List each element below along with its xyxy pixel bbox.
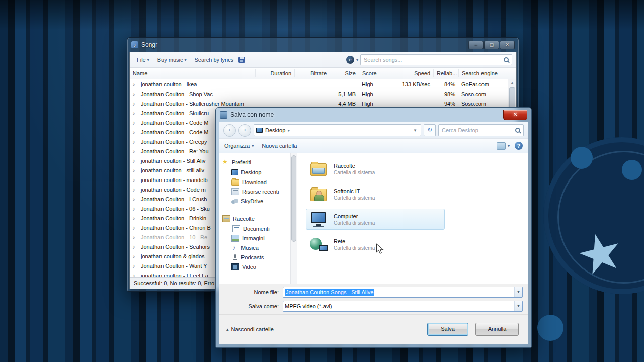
search-icon[interactable] [515, 127, 521, 134]
filename-input[interactable]: Jonathan Coulton Songs - Still Alive ▼ [283, 287, 523, 298]
file-item-raccolte[interactable]: RaccolteCartella di sistema [306, 158, 445, 179]
help-icon[interactable]: ? [515, 142, 523, 150]
sidebar-item-risorse-recenti[interactable]: Risorse recenti [222, 187, 290, 196]
songr-titlebar[interactable]: ♪ Songr – ▢ ✕ [127, 38, 519, 52]
sidebar-item-label: Podcasts [241, 254, 264, 260]
back-button[interactable]: ‹ [223, 124, 236, 137]
sidebar-group-label: Preferiti [232, 159, 251, 165]
search-engine-icon[interactable]: e [346, 56, 354, 64]
new-folder-button[interactable]: Nuova cartella [262, 143, 297, 149]
views-icon [497, 142, 506, 150]
sidebar-item-label: SkyDrive [241, 198, 263, 204]
dialog-search-field[interactable] [438, 124, 524, 136]
close-button[interactable]: ✕ [500, 41, 515, 49]
dialog-search-input[interactable] [441, 127, 515, 134]
song-search-field[interactable] [360, 54, 512, 65]
cloud-icon [231, 198, 238, 204]
music-note-icon: ♪ [130, 110, 138, 116]
menu-buy-music[interactable]: Buy music▾ [154, 55, 190, 64]
column-header-score[interactable]: Score [359, 69, 387, 77]
music-note-icon: ♪ [130, 120, 138, 126]
filetype-select[interactable]: MPEG video (*.avi) ▼ [283, 301, 523, 312]
cancel-button[interactable]: Annulla [475, 323, 519, 336]
wallpaper-top-shade [0, 0, 644, 30]
scrollbar-thumb[interactable] [291, 155, 296, 242]
song-search-input[interactable] [363, 56, 503, 63]
save-playlist-icon[interactable] [238, 57, 245, 63]
column-header-size[interactable]: Size [330, 69, 359, 77]
chevron-down-icon: ▾ [508, 144, 510, 148]
sidebar-item-skydrive[interactable]: SkyDrive [222, 196, 290, 206]
file-item-type: Cartella di sistema [334, 195, 375, 201]
sidebar-item-documenti[interactable]: Documenti [222, 224, 290, 233]
maximize-button[interactable]: ▢ [484, 41, 499, 49]
sidebar-item-musica[interactable]: Musica [222, 243, 290, 252]
sidebar-item-download[interactable]: Download [222, 177, 290, 187]
close-button[interactable]: ✕ [503, 110, 527, 120]
refresh-button[interactable]: ↻ [424, 124, 436, 136]
column-header-bitrate[interactable]: Bitrate [295, 69, 330, 77]
sidebar-group-preferiti[interactable]: Preferiti [222, 157, 290, 167]
views-button[interactable]: ▾ [497, 142, 510, 150]
column-header-speed[interactable]: Speed [387, 69, 434, 77]
sidebar-item-immagini[interactable]: Immagini [222, 233, 290, 243]
scroll-up-icon[interactable]: ▲ [508, 81, 516, 84]
monitor-icon [231, 169, 238, 175]
breadcrumb-location[interactable]: Desktop [265, 127, 285, 133]
address-dropdown-icon[interactable]: ▼ [412, 128, 419, 133]
dialog-main: PreferitiDesktopDownloadRisorse recentiS… [219, 153, 528, 284]
filename-label: Nome file: [219, 289, 283, 295]
sidebar-scrollbar[interactable] [290, 153, 297, 284]
songr-search-area: e ▾ [346, 54, 512, 65]
column-header-name[interactable]: Name [130, 69, 256, 77]
organize-button[interactable]: Organizza▾ [224, 143, 254, 149]
wallpaper-logo-dot [571, 147, 593, 169]
combo-arrow-icon[interactable]: ▼ [514, 301, 522, 311]
search-icon[interactable] [503, 57, 510, 63]
music-note-icon: ♪ [130, 187, 138, 193]
forward-button[interactable]: › [238, 124, 251, 137]
filetype-value[interactable]: MPEG video (*.avi) [285, 303, 332, 309]
music-note-icon: ♪ [130, 253, 138, 259]
minimize-button[interactable]: – [468, 41, 484, 49]
save-as-dialog: Salva con nome ✕ ‹ › Desktop ▸ ▼ ↻ Organ… [215, 107, 532, 348]
dialog-titlebar[interactable]: Salva con nome ✕ [216, 108, 531, 122]
chevron-down-icon: ▾ [147, 58, 149, 62]
column-header-duration[interactable]: Duration [256, 69, 295, 77]
breadcrumb[interactable]: Desktop ▸ ▼ [254, 124, 421, 136]
wallpaper-logo-dot [537, 315, 564, 341]
songr-window-controls: – ▢ ✕ [468, 41, 515, 49]
chevron-right-icon[interactable]: ▸ [288, 128, 290, 133]
dialog-body: ‹ › Desktop ▸ ▼ ↻ Organizza▾ Nuova carte… [219, 122, 528, 344]
music-note-icon: ♪ [130, 81, 138, 87]
chevron-down-icon[interactable]: ▾ [356, 58, 358, 62]
music-note-icon: ♪ [130, 139, 138, 145]
save-button[interactable]: Salva [427, 323, 468, 336]
hide-folders-button[interactable]: ▴ Nascondi cartelle [226, 326, 274, 332]
music-note-icon: ♪ [130, 148, 138, 154]
sidebar-item-desktop[interactable]: Desktop [222, 167, 290, 177]
chevron-up-icon: ▴ [226, 327, 229, 332]
sidebar-group-raccolte[interactable]: Raccolte [222, 214, 290, 224]
file-item-computer[interactable]: ComputerCartella di sistema [306, 209, 445, 230]
chevron-down-icon: ▾ [252, 144, 254, 148]
sidebar-item-podcasts[interactable]: Podcasts [222, 252, 290, 262]
libraries-icon [309, 161, 329, 177]
song-row[interactable]: ♪jonathan coulton - IkeaHigh133 KB/sec84… [130, 79, 508, 89]
music-note-icon: ♪ [130, 177, 138, 183]
filename-fields: Nome file: Jonathan Coulton Songs - Stil… [219, 284, 528, 314]
menu-file[interactable]: File▾ [134, 55, 152, 64]
sidebar-item-label: Musica [241, 245, 259, 251]
column-header-search-engine[interactable]: Search engine [459, 69, 508, 77]
file-item-name: Raccolte [334, 163, 375, 169]
network-icon [309, 236, 329, 252]
music-note-icon: ♪ [130, 215, 138, 221]
sidebar-item-video[interactable]: Video [222, 262, 290, 272]
menu-search-by-lyrics[interactable]: Search by lyrics [192, 55, 237, 64]
combo-arrow-icon[interactable]: ▼ [514, 287, 522, 297]
music-note-icon: ♪ [130, 206, 138, 212]
song-row[interactable]: ♪Jonathan Coulton - Shop Vac5,1 MBHigh98… [130, 89, 508, 99]
file-item-softonic-it[interactable]: Softonic ITCartella di sistema [306, 184, 445, 205]
filename-value[interactable]: Jonathan Coulton Songs - Still Alive [285, 289, 374, 296]
column-header-reliab[interactable]: Reliab... [434, 69, 459, 77]
